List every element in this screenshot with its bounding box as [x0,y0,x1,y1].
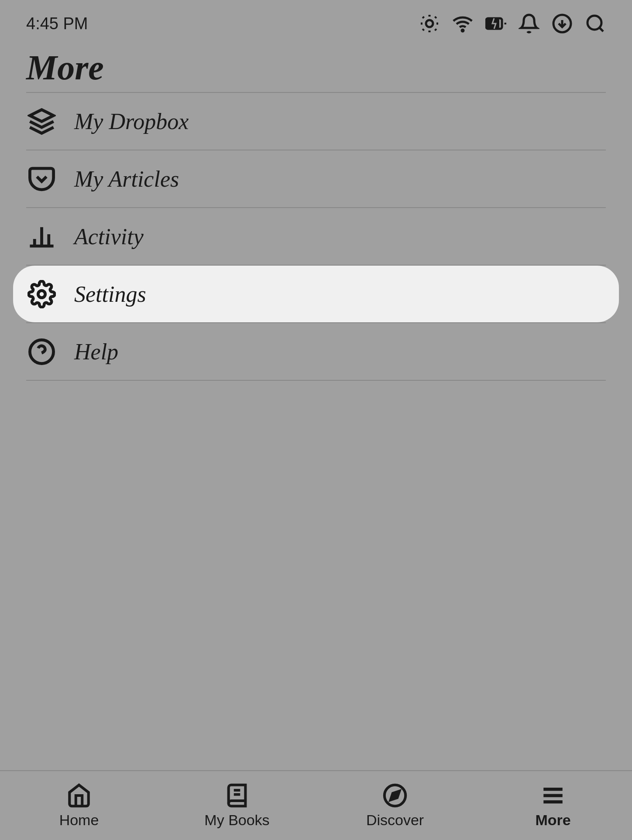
svg-marker-27 [391,791,399,799]
bar-chart-icon [26,221,57,252]
nav-item-discover[interactable]: Discover [316,771,474,840]
pocket-icon [26,164,57,194]
nav-item-my-books[interactable]: My Books [158,771,316,840]
wifi-icon [452,13,473,34]
svg-line-7 [422,29,424,31]
menu-item-my-dropbox[interactable]: My Dropbox [0,93,632,150]
dropbox-icon [26,106,57,137]
sync-icon[interactable] [552,13,573,34]
bottom-nav: Home My Books Discover More [0,770,632,840]
status-icons [419,13,606,34]
settings-label: Settings [74,281,146,307]
svg-line-16 [599,27,603,31]
svg-line-3 [422,17,424,18]
time-display: 4:45 PM [26,14,88,33]
menu-item-activity[interactable]: Activity [0,208,632,265]
svg-point-9 [462,30,464,31]
nav-item-more[interactable]: More [474,771,632,840]
search-icon[interactable] [585,13,606,34]
battery-icon [485,13,506,34]
page-title: More [0,39,632,92]
menu-item-help[interactable]: Help [0,323,632,380]
activity-label: Activity [74,224,144,249]
menu-list: My Dropbox My Articles Activity [0,93,632,381]
status-bar: 4:45 PM [0,0,632,39]
help-label: Help [74,339,118,365]
menu-item-my-articles[interactable]: My Articles [0,150,632,207]
svg-point-15 [587,16,601,30]
my-books-nav-label: My Books [204,812,269,829]
discover-nav-label: Discover [366,812,424,829]
svg-point-21 [38,290,45,297]
svg-point-0 [426,20,433,27]
my-articles-label: My Articles [74,166,179,192]
home-nav-label: Home [59,812,99,829]
divider-5 [26,380,606,381]
svg-line-4 [435,29,436,31]
discover-icon [382,783,408,808]
books-icon [224,783,250,808]
notification-icon[interactable] [519,13,539,34]
home-icon [66,783,92,808]
menu-item-settings[interactable]: Settings [13,266,619,322]
more-icon [540,783,566,808]
more-nav-label: More [535,812,570,829]
nav-item-home[interactable]: Home [0,771,158,840]
gear-icon [26,279,57,309]
my-dropbox-label: My Dropbox [74,109,189,134]
svg-line-8 [435,17,436,18]
help-circle-icon [26,336,57,367]
brightness-icon[interactable] [419,13,440,34]
